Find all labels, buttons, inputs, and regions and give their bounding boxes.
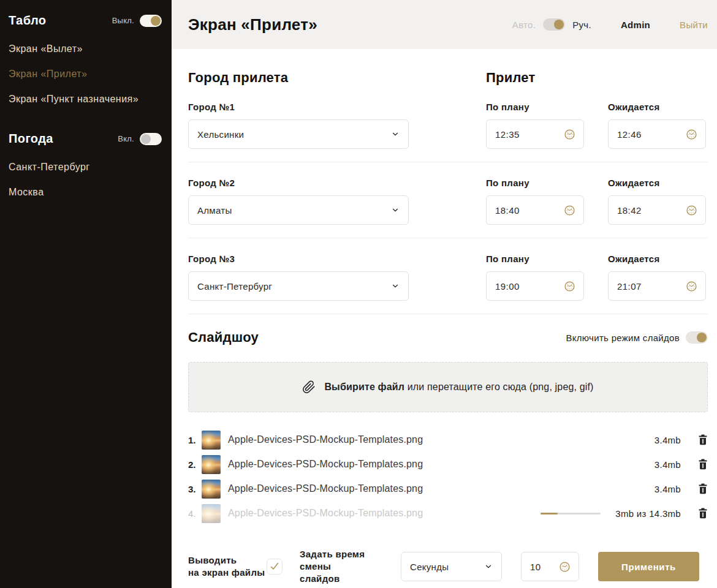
expected-time-3-input[interactable]	[617, 281, 666, 292]
slideshow-toggle[interactable]	[686, 331, 708, 344]
expected-label: Ожидается	[608, 254, 706, 264]
file-size: 3.4mb	[654, 435, 681, 445]
file-name: Apple-Devices-PSD-Mockup-Templates.png	[228, 508, 541, 519]
content: Город прилета Прилет Город №1 Хельсинки …	[172, 49, 717, 585]
user-name[interactable]: Admin	[621, 20, 650, 30]
paperclip-icon	[302, 380, 316, 394]
upload-progress-fill	[541, 513, 557, 514]
planned-time-2-input[interactable]	[495, 205, 544, 216]
interval-unit-select[interactable]: Секунды	[401, 552, 502, 581]
weather-toggle-label: Вкл.	[118, 134, 134, 143]
manual-mode-label: Руч.	[572, 20, 591, 30]
weather-toggle[interactable]	[140, 133, 162, 145]
file-name: Apple-Devices-PSD-Mockup-Templates.png	[228, 483, 654, 494]
sidebar-item-moscow[interactable]: Москва	[9, 187, 162, 198]
file-name: Apple-Devices-PSD-Mockup-Templates.png	[228, 434, 654, 445]
file-dropzone[interactable]: Выбирите файл или перетащите его сюда (p…	[188, 362, 708, 412]
file-row: 2. Apple-Devices-PSD-Mockup-Templates.pn…	[188, 452, 708, 477]
arrival-heading: Прилет	[486, 70, 536, 86]
sidebar-section-weather-title: Погода	[9, 132, 53, 146]
planned-time-1[interactable]	[486, 119, 584, 149]
file-thumbnail	[202, 431, 221, 450]
planned-time-2[interactable]	[486, 195, 584, 225]
file-thumbnail	[202, 504, 221, 523]
file-size: 3.4mb	[654, 459, 681, 470]
auto-mode-label: Авто.	[512, 20, 536, 30]
file-name: Apple-Devices-PSD-Mockup-Templates.png	[228, 459, 654, 470]
dropzone-text: Выбирите файл или перетащите его сюда (p…	[324, 382, 593, 393]
sidebar-item-departure-screen[interactable]: Экран «Вылет»	[9, 43, 162, 55]
board-nav: Экран «Вылет» Экран «Прилет» Экран «Пунк…	[9, 43, 162, 105]
clock-icon	[686, 281, 697, 292]
clock-icon	[560, 562, 570, 572]
expected-time-1[interactable]	[608, 119, 706, 149]
apply-button[interactable]: Применить	[598, 552, 699, 581]
trash-icon[interactable]	[698, 483, 708, 494]
file-number: 3.	[188, 484, 200, 494]
interval-unit-value: Секунды	[410, 562, 449, 572]
file-size: 3mb из 14.3mb	[615, 508, 681, 519]
sidebar-item-spb[interactable]: Санкт-Петербург	[9, 162, 162, 173]
logout-link[interactable]: Выйти	[680, 20, 708, 30]
expected-time-2[interactable]	[608, 195, 706, 225]
main-area: Экран «Прилет» Авто. Руч. Admin Выйти Го…	[172, 0, 717, 588]
output-files-checkbox[interactable]	[267, 559, 283, 575]
file-row: 1. Apple-Devices-PSD-Mockup-Templates.pn…	[188, 428, 708, 452]
file-number: 1.	[188, 435, 200, 445]
slideshow-toggle-label: Включить режим слайдов	[566, 333, 680, 343]
trash-icon[interactable]	[698, 508, 708, 519]
arrival-row: Город №3 Санкт-Петербург По плану Ожидае…	[188, 254, 708, 314]
planned-time-3-input[interactable]	[495, 281, 544, 292]
sidebar-item-arrival-screen[interactable]: Экран «Прилет»	[9, 69, 162, 80]
file-number: 2.	[188, 459, 200, 470]
city-3-label: Город №3	[188, 254, 409, 264]
sidebar: Табло Выкл. Экран «Вылет» Экран «Прилет»…	[0, 0, 172, 588]
city-1-select[interactable]: Хельсинки	[188, 119, 409, 149]
toggle-knob	[697, 333, 707, 342]
clock-icon	[564, 281, 575, 292]
city-2-select[interactable]: Алматы	[188, 195, 409, 225]
planned-label: По плану	[486, 102, 584, 112]
expected-time-1-input[interactable]	[617, 129, 666, 140]
board-toggle[interactable]	[140, 15, 162, 27]
city-2-value: Алматы	[197, 205, 232, 216]
trash-icon[interactable]	[698, 459, 708, 470]
city-3-value: Санкт-Петербург	[197, 281, 272, 292]
file-thumbnail	[202, 455, 221, 474]
dropzone-text-bold: Выбирите файл	[324, 382, 404, 392]
output-files-label: Выводить на экран файлы	[188, 554, 267, 579]
city-1-label: Город №1	[188, 102, 409, 112]
dropzone-text-rest: или перетащите его сюда (png, jpeg, gif)	[404, 382, 593, 392]
toggle-knob	[554, 20, 564, 29]
planned-time-3[interactable]	[486, 271, 584, 301]
clock-icon	[686, 205, 697, 216]
sidebar-item-destination-screen[interactable]: Экран «Пункт назначения»	[9, 94, 162, 105]
planned-label: По плану	[486, 178, 584, 188]
interval-value-field[interactable]	[521, 552, 579, 581]
file-number: 4.	[188, 508, 200, 519]
chevron-down-icon	[391, 282, 400, 290]
trash-icon[interactable]	[698, 434, 708, 445]
clock-icon	[686, 129, 697, 140]
page-title: Экран «Прилет»	[188, 15, 317, 34]
file-thumbnail	[202, 480, 221, 499]
chevron-down-icon	[391, 130, 400, 138]
planned-time-1-input[interactable]	[495, 129, 544, 140]
auto-manual-toggle[interactable]	[543, 18, 565, 31]
expected-label: Ожидается	[608, 102, 706, 112]
city-3-select[interactable]: Санкт-Петербург	[188, 271, 409, 301]
slideshow-heading: Слайдшоу	[188, 330, 259, 345]
file-row-uploading: 4. Apple-Devices-PSD-Mockup-Templates.pn…	[188, 501, 708, 526]
arrival-city-heading: Город прилета	[188, 70, 409, 86]
chevron-down-icon	[391, 206, 400, 214]
clock-icon	[564, 129, 575, 140]
toggle-knob	[151, 16, 161, 26]
interval-value-input[interactable]	[530, 562, 557, 572]
expected-time-3[interactable]	[608, 271, 706, 301]
file-size: 3.4mb	[654, 484, 681, 494]
app-root: Табло Выкл. Экран «Вылет» Экран «Прилет»…	[0, 0, 717, 588]
expected-time-2-input[interactable]	[617, 205, 666, 216]
bottom-controls: Выводить на экран файлы Задать время сме…	[188, 548, 708, 585]
topbar: Экран «Прилет» Авто. Руч. Admin Выйти	[172, 0, 717, 49]
slide-interval-label: Задать время смены слайдов	[300, 548, 392, 585]
